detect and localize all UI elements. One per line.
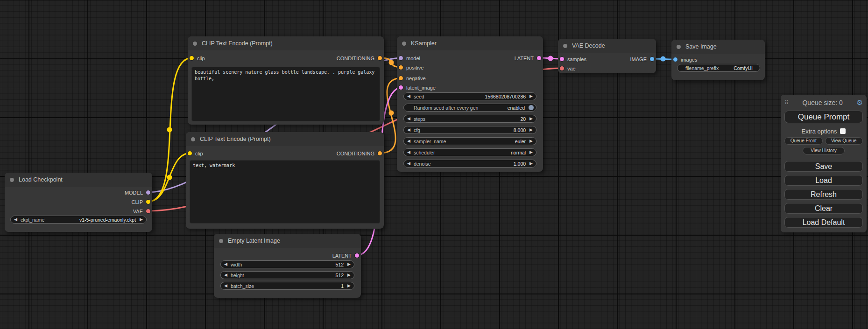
collapse-dot[interactable]: [402, 42, 406, 46]
port-dot-latent[interactable]: [399, 85, 403, 90]
node-title-bar[interactable]: CLIP Text Encode (Prompt): [188, 36, 384, 50]
queue-small-buttons-row: Queue Front View Queue: [784, 137, 863, 145]
widget-label: width: [231, 262, 242, 267]
port-dot-latent[interactable]: [537, 56, 541, 60]
increment-arrow-icon[interactable]: ▶: [529, 161, 533, 166]
prompt-textarea[interactable]: beautiful scenery nature glass bottle la…: [191, 67, 380, 121]
save-button[interactable]: Save: [784, 161, 863, 172]
node-title: CLIP Text Encode (Prompt): [200, 136, 271, 142]
load-button[interactable]: Load: [784, 175, 863, 186]
increment-arrow-icon[interactable]: ▶: [347, 273, 351, 277]
input-port-images: images: [673, 56, 697, 63]
widget-steps[interactable]: ◀ steps 20 ▶: [403, 115, 536, 123]
decrement-arrow-icon[interactable]: ◀: [224, 273, 227, 277]
view-history-button[interactable]: View History: [803, 147, 845, 154]
decrement-arrow-icon[interactable]: ◀: [407, 128, 410, 132]
port-dot-model[interactable]: [146, 190, 150, 195]
increment-arrow-icon[interactable]: ▶: [529, 128, 533, 132]
port-dot-clip[interactable]: [188, 151, 192, 155]
collapse-dot[interactable]: [193, 42, 197, 46]
drag-handle-icon[interactable]: ⠿: [784, 99, 789, 106]
decrement-arrow-icon[interactable]: ◀: [407, 94, 410, 98]
port-dot-conditioning[interactable]: [378, 151, 382, 155]
collapse-dot[interactable]: [563, 44, 567, 48]
node-empty-latent-image[interactable]: Empty Latent Image LATENT ◀ width 512 ▶ …: [214, 234, 361, 298]
widget-scheduler[interactable]: ◀ scheduler normal ▶: [403, 148, 536, 156]
decrement-arrow-icon[interactable]: ◀: [407, 139, 410, 143]
node-load-checkpoint[interactable]: Load Checkpoint MODEL CLIP VAE ◀ ckpt_na…: [5, 173, 152, 232]
node-title: Empty Latent Image: [228, 238, 280, 244]
node-title-bar[interactable]: CLIP Text Encode (Prompt): [186, 132, 384, 146]
node-clip-text-encode-positive[interactable]: CLIP Text Encode (Prompt) clip CONDITION…: [188, 36, 384, 125]
collapse-dot[interactable]: [677, 45, 681, 49]
clear-button[interactable]: Clear: [784, 203, 863, 214]
queue-front-button[interactable]: Queue Front: [784, 137, 823, 145]
decrement-arrow-icon[interactable]: ◀: [14, 217, 17, 222]
port-dot-model[interactable]: [399, 56, 403, 60]
decrement-arrow-icon[interactable]: ◀: [407, 117, 410, 121]
widget-value: 512: [336, 262, 344, 267]
extra-options-checkbox[interactable]: [840, 128, 846, 134]
widget-seed[interactable]: ◀ seed 156680208700286 ▶: [403, 92, 536, 100]
decrement-arrow-icon[interactable]: ◀: [407, 150, 410, 154]
toggle-icon[interactable]: [529, 105, 534, 110]
node-save-image[interactable]: Save Image images filename_prefix ComfyU…: [671, 40, 765, 80]
increment-arrow-icon[interactable]: ▶: [529, 150, 533, 154]
port-dot-vae[interactable]: [560, 66, 564, 70]
node-title: CLIP Text Encode (Prompt): [202, 40, 273, 47]
node-clip-text-encode-negative[interactable]: CLIP Text Encode (Prompt) clip CONDITION…: [186, 132, 384, 229]
decrement-arrow-icon[interactable]: ◀: [407, 161, 410, 166]
node-title-bar[interactable]: Save Image: [671, 40, 765, 54]
node-title-bar[interactable]: KSampler: [397, 36, 543, 50]
port-label: negative: [406, 76, 426, 81]
widget-ckpt-name[interactable]: ◀ ckpt_name v1-5-pruned-emaonly.ckpt ▶: [10, 216, 147, 224]
port-dot-conditioning[interactable]: [378, 56, 382, 60]
increment-arrow-icon[interactable]: ▶: [347, 262, 351, 266]
port-label: VAE: [133, 209, 143, 214]
increment-arrow-icon[interactable]: ▶: [140, 217, 143, 222]
increment-arrow-icon[interactable]: ▶: [529, 139, 533, 143]
link-midpoint-dot: [548, 56, 553, 61]
port-dot-latent[interactable]: [560, 57, 564, 61]
settings-gear-icon[interactable]: ⚙: [857, 99, 863, 106]
node-title-bar[interactable]: VAE Decode: [558, 39, 656, 53]
port-dot-clip[interactable]: [146, 200, 150, 204]
widget-batch-size[interactable]: ◀ batch_size 1 ▶: [220, 282, 354, 290]
link-midpoint-dot: [167, 175, 172, 180]
widget-filename-prefix[interactable]: filename_prefix ComfyUI: [677, 64, 760, 72]
port-dot-latent[interactable]: [355, 253, 359, 258]
queue-prompt-button[interactable]: Queue Prompt: [784, 111, 863, 123]
port-dot-image[interactable]: [650, 57, 654, 61]
port-dot-conditioning[interactable]: [399, 65, 403, 70]
refresh-button[interactable]: Refresh: [784, 189, 863, 200]
prompt-textarea[interactable]: text, watermark: [190, 160, 380, 224]
node-vae-decode[interactable]: VAE Decode samples vae IMAGE: [558, 39, 656, 73]
widget-random-seed-toggle[interactable]: Random seed after every gen enabled: [403, 104, 536, 112]
queue-panel-header: ⠿ Queue size: 0 ⚙: [784, 98, 863, 107]
collapse-dot[interactable]: [10, 178, 14, 182]
increment-arrow-icon[interactable]: ▶: [529, 117, 533, 121]
widget-cfg[interactable]: ◀ cfg 8.000 ▶: [403, 126, 536, 134]
collapse-dot[interactable]: [219, 239, 223, 243]
decrement-arrow-icon[interactable]: ◀: [224, 262, 227, 266]
node-title-bar[interactable]: Empty Latent Image: [214, 234, 361, 248]
node-ksampler[interactable]: KSampler model positive negative latent_…: [397, 36, 543, 172]
load-default-button[interactable]: Load Default: [784, 217, 863, 228]
view-queue-button[interactable]: View Queue: [825, 137, 863, 145]
port-label: LATENT: [515, 56, 534, 61]
collapse-dot[interactable]: [191, 137, 195, 141]
port-dot-clip[interactable]: [190, 56, 194, 60]
node-title-bar[interactable]: Load Checkpoint: [5, 173, 152, 187]
port-label: CLIP: [132, 199, 143, 205]
decrement-arrow-icon[interactable]: ◀: [224, 284, 227, 288]
port-label: latent_image: [406, 85, 436, 91]
widget-denoise[interactable]: ◀ denoise 1.000 ▶: [403, 160, 536, 168]
widget-sampler-name[interactable]: ◀ sampler_name euler ▶: [403, 137, 536, 145]
port-dot-conditioning[interactable]: [399, 76, 403, 80]
widget-width[interactable]: ◀ width 512 ▶: [220, 260, 354, 268]
port-dot-vae[interactable]: [146, 209, 150, 213]
port-dot-image[interactable]: [673, 57, 677, 62]
increment-arrow-icon[interactable]: ▶: [529, 94, 533, 98]
increment-arrow-icon[interactable]: ▶: [347, 284, 351, 288]
widget-height[interactable]: ◀ height 512 ▶: [220, 271, 354, 279]
